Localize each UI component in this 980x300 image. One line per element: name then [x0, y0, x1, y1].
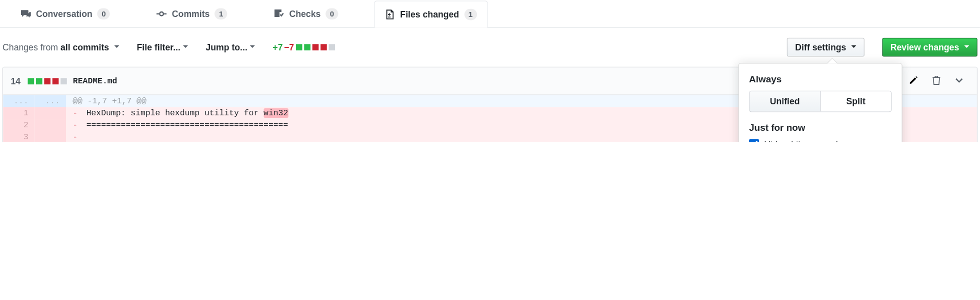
diffstat-block: [320, 44, 327, 50]
hide-whitespace-row[interactable]: Hide whitespace changes: [749, 139, 892, 142]
view-mode-segmented: Unified Split: [749, 91, 892, 112]
line-num-left[interactable]: ...: [3, 95, 34, 107]
collapse-file-button[interactable]: [949, 72, 969, 89]
hide-whitespace-checkbox[interactable]: [749, 139, 759, 142]
tab-label: Checks: [289, 9, 320, 19]
line-num-left[interactable]: 2: [3, 119, 34, 131]
tab-label: Conversation: [36, 9, 92, 19]
jump-to-dropdown[interactable]: Jump to...: [206, 42, 255, 52]
diffstat-block: [312, 44, 319, 50]
diffstat-block: [329, 44, 336, 50]
pr-tabnav: Conversation 0 Commits 1 Checks 0 Files …: [0, 0, 980, 28]
line-num-left[interactable]: 3: [3, 131, 34, 142]
popover-heading-now: Just for now: [749, 122, 892, 133]
diff-toolbar: Changes from all commits File filter... …: [0, 28, 980, 67]
comment-discussion-icon: [21, 9, 31, 19]
unified-view-button[interactable]: Unified: [750, 91, 820, 111]
file-diffstat-blocks: [27, 78, 67, 84]
tab-label: Commits: [172, 9, 210, 19]
hide-whitespace-label: Hide whitespace changes: [764, 139, 864, 142]
split-view-button[interactable]: Split: [820, 91, 891, 111]
file-diff-icon: [385, 9, 395, 19]
file-name[interactable]: README.md: [73, 76, 118, 86]
changes-from-dropdown[interactable]: Changes from all commits: [2, 42, 119, 52]
count-badge: 1: [215, 8, 228, 19]
tab-files-changed[interactable]: Files changed 1: [374, 0, 488, 27]
count-badge: 0: [98, 8, 110, 19]
del-count: −7: [284, 42, 294, 52]
pencil-icon: [908, 75, 918, 85]
svg-point-0: [160, 12, 164, 16]
edit-file-button[interactable]: [904, 72, 924, 89]
diff-settings-button[interactable]: Diff settings: [787, 38, 864, 57]
trash-icon: [932, 75, 942, 85]
diffstat-block: [296, 44, 302, 50]
popover-heading-always: Always: [749, 74, 892, 84]
tab-conversation[interactable]: Conversation 0: [10, 0, 120, 27]
checklist-icon: [274, 9, 284, 19]
tab-commits[interactable]: Commits 1: [146, 0, 238, 27]
line-num-right[interactable]: ...: [34, 95, 66, 107]
tab-label: Files changed: [400, 9, 459, 19]
diffstat-block: [304, 44, 310, 50]
line-num-right[interactable]: [34, 119, 66, 131]
count-badge: 1: [464, 9, 476, 20]
git-commit-icon: [157, 9, 167, 19]
file-diffstat-num: 14: [10, 76, 20, 86]
delete-file-button[interactable]: [926, 72, 946, 89]
add-count: +7: [272, 42, 282, 52]
review-changes-button[interactable]: Review changes: [882, 38, 977, 57]
file-filter-dropdown[interactable]: File filter...: [137, 42, 188, 52]
line-num-right[interactable]: [34, 131, 66, 142]
diff-settings-popover: Always Unified Split Just for now Hide w…: [738, 63, 902, 142]
chevron-down-icon: [954, 75, 964, 85]
line-num-right[interactable]: [34, 107, 66, 119]
count-badge: 0: [326, 8, 338, 19]
diffstat-summary: +7 −7: [272, 42, 335, 52]
line-num-left[interactable]: 1: [3, 107, 34, 119]
tab-checks[interactable]: Checks 0: [264, 0, 349, 27]
